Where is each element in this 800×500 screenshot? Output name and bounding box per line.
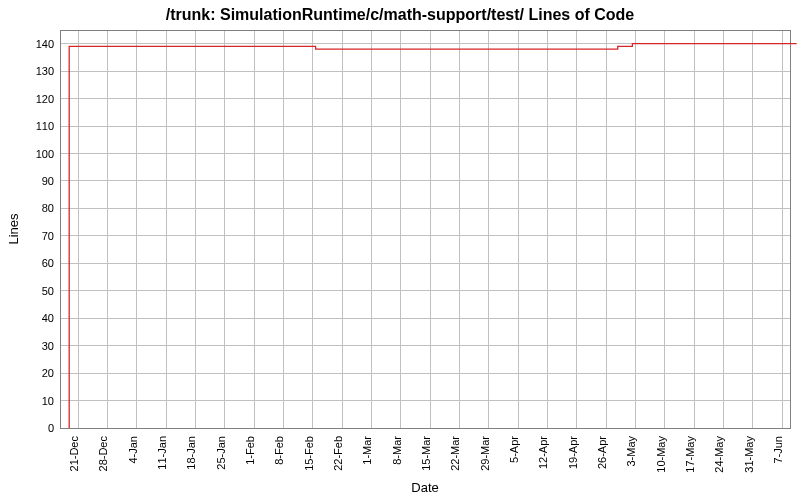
- y-tick-label: 90: [42, 175, 54, 187]
- x-tick-label: 3-May: [625, 436, 637, 467]
- x-tick-label: 22-Mar: [449, 436, 461, 471]
- x-tick-label: 18-Jan: [185, 436, 197, 470]
- x-tick-label: 4-Jan: [127, 436, 139, 464]
- x-tick-label: 22-Feb: [332, 436, 344, 471]
- svg-rect-40: [60, 30, 790, 428]
- y-tick-label: 120: [36, 93, 54, 105]
- x-tick-label: 25-Jan: [215, 436, 227, 470]
- x-tick-label: 24-May: [713, 436, 725, 473]
- x-tick-label: 5-Apr: [508, 436, 520, 463]
- x-tick-label: 29-Mar: [479, 436, 491, 471]
- x-tick-label: 28-Dec: [97, 436, 109, 472]
- x-tick-label: 12-Apr: [537, 436, 549, 469]
- chart-svg: 010203040506070809010011012013014021-Dec…: [0, 0, 800, 500]
- y-tick-label: 20: [42, 367, 54, 379]
- x-tick-label: 10-May: [655, 436, 667, 473]
- y-tick-label: 100: [36, 148, 54, 160]
- y-tick-label: 110: [36, 120, 54, 132]
- y-tick-label: 130: [36, 65, 54, 77]
- x-tick-label: 8-Mar: [391, 436, 403, 465]
- x-tick-label: 17-May: [684, 436, 696, 473]
- x-tick-label: 1-Feb: [244, 436, 256, 465]
- y-tick-label: 0: [48, 422, 54, 434]
- x-tick-label: 7-Jun: [772, 436, 784, 464]
- y-tick-label: 60: [42, 257, 54, 269]
- x-tick-label: 1-Mar: [361, 436, 373, 465]
- loc-chart: /trunk: SimulationRuntime/c/math-support…: [0, 0, 800, 500]
- x-tick-label: 8-Feb: [273, 436, 285, 465]
- y-tick-label: 40: [42, 312, 54, 324]
- x-tick-label: 15-Feb: [303, 436, 315, 471]
- x-axis-label: Date: [411, 480, 438, 495]
- y-tick-label: 30: [42, 340, 54, 352]
- y-axis-label: Lines: [6, 213, 21, 245]
- x-tick-label: 21-Dec: [68, 436, 80, 472]
- y-tick-label: 50: [42, 285, 54, 297]
- x-tick-label: 19-Apr: [567, 436, 579, 469]
- y-tick-label: 80: [42, 202, 54, 214]
- y-tick-label: 10: [42, 395, 54, 407]
- x-tick-label: 26-Apr: [596, 436, 608, 469]
- x-tick-label: 31-May: [743, 436, 755, 473]
- y-tick-label: 140: [36, 38, 54, 50]
- x-tick-label: 15-Mar: [420, 436, 432, 471]
- y-tick-label: 70: [42, 230, 54, 242]
- x-tick-label: 11-Jan: [156, 436, 168, 470]
